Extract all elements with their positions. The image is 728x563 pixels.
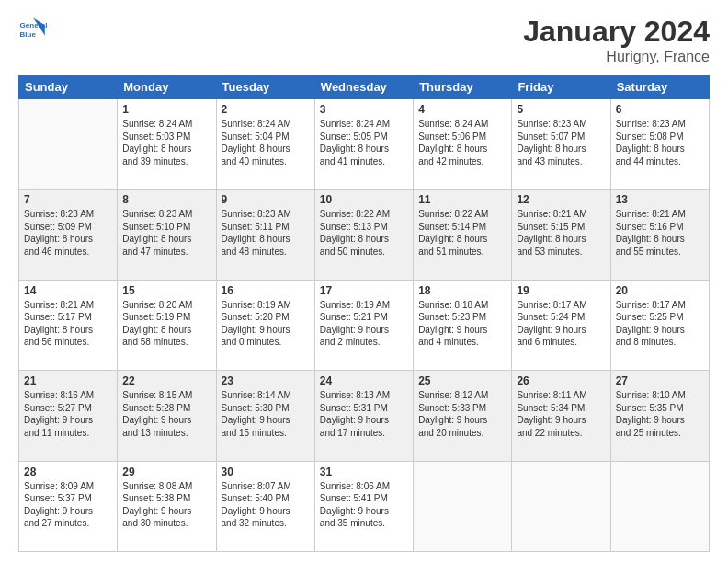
table-row: 10Sunrise: 8:22 AMSunset: 5:13 PMDayligh… xyxy=(314,190,413,280)
day-info: Sunrise: 8:20 AMSunset: 5:19 PMDaylight:… xyxy=(122,299,210,349)
day-number: 16 xyxy=(222,284,310,297)
day-info: Sunrise: 8:11 AMSunset: 5:34 PMDaylight:… xyxy=(517,389,605,439)
day-info: Sunrise: 8:08 AMSunset: 5:38 PMDaylight:… xyxy=(122,480,210,530)
day-number: 25 xyxy=(418,374,506,387)
day-number: 11 xyxy=(418,193,506,206)
day-number: 15 xyxy=(122,284,210,297)
table-row: 29Sunrise: 8:08 AMSunset: 5:38 PMDayligh… xyxy=(118,461,216,551)
day-info: Sunrise: 8:18 AMSunset: 5:23 PMDaylight:… xyxy=(418,299,506,349)
day-number: 14 xyxy=(24,284,112,297)
day-info: Sunrise: 8:16 AMSunset: 5:27 PMDaylight:… xyxy=(24,389,112,439)
day-info: Sunrise: 8:10 AMSunset: 5:35 PMDaylight:… xyxy=(616,389,704,439)
day-info: Sunrise: 8:14 AMSunset: 5:30 PMDaylight:… xyxy=(222,389,310,439)
day-number: 22 xyxy=(122,374,210,387)
day-info: Sunrise: 8:24 AMSunset: 5:03 PMDaylight:… xyxy=(122,118,210,167)
table-row: 25Sunrise: 8:12 AMSunset: 5:33 PMDayligh… xyxy=(414,371,512,461)
day-number: 23 xyxy=(222,374,310,387)
day-info: Sunrise: 8:23 AMSunset: 5:11 PMDaylight:… xyxy=(222,208,310,258)
table-row: 3Sunrise: 8:24 AMSunset: 5:05 PMDaylight… xyxy=(314,99,413,190)
day-info: Sunrise: 8:17 AMSunset: 5:24 PMDaylight:… xyxy=(517,299,605,349)
day-number: 1 xyxy=(122,103,210,116)
table-row: 30Sunrise: 8:07 AMSunset: 5:40 PMDayligh… xyxy=(216,461,314,551)
location: Hurigny, France xyxy=(523,49,710,65)
day-info: Sunrise: 8:24 AMSunset: 5:04 PMDaylight:… xyxy=(222,118,310,167)
day-info: Sunrise: 8:12 AMSunset: 5:33 PMDaylight:… xyxy=(418,389,506,439)
table-row: 18Sunrise: 8:18 AMSunset: 5:23 PMDayligh… xyxy=(414,280,512,370)
table-row: 23Sunrise: 8:14 AMSunset: 5:30 PMDayligh… xyxy=(216,371,314,461)
day-number: 27 xyxy=(616,374,704,387)
day-info: Sunrise: 8:23 AMSunset: 5:09 PMDaylight:… xyxy=(24,208,112,258)
day-info: Sunrise: 8:21 AMSunset: 5:15 PMDaylight:… xyxy=(517,208,605,258)
header-monday: Monday xyxy=(118,75,216,99)
table-row: 28Sunrise: 8:09 AMSunset: 5:37 PMDayligh… xyxy=(19,461,118,551)
table-row: 26Sunrise: 8:11 AMSunset: 5:34 PMDayligh… xyxy=(512,371,610,461)
table-row: 8Sunrise: 8:23 AMSunset: 5:10 PMDaylight… xyxy=(118,190,216,280)
table-row: 4Sunrise: 8:24 AMSunset: 5:06 PMDaylight… xyxy=(414,99,512,190)
title-block: January 2024 Hurigny, France xyxy=(523,15,710,65)
day-number: 10 xyxy=(320,193,408,206)
calendar-week-row: 21Sunrise: 8:16 AMSunset: 5:27 PMDayligh… xyxy=(19,371,710,461)
header-sunday: Sunday xyxy=(19,75,118,99)
header: General Blue January 2024 Hurigny, Franc… xyxy=(18,15,710,65)
day-number: 31 xyxy=(320,465,408,478)
svg-text:Blue: Blue xyxy=(20,30,37,39)
day-info: Sunrise: 8:07 AMSunset: 5:40 PMDaylight:… xyxy=(222,480,310,530)
day-info: Sunrise: 8:19 AMSunset: 5:20 PMDaylight:… xyxy=(222,299,310,349)
calendar-table: Sunday Monday Tuesday Wednesday Thursday… xyxy=(18,75,710,552)
table-row: 14Sunrise: 8:21 AMSunset: 5:17 PMDayligh… xyxy=(19,280,118,370)
day-number: 29 xyxy=(122,465,210,478)
day-info: Sunrise: 8:24 AMSunset: 5:05 PMDaylight:… xyxy=(320,118,408,167)
day-info: Sunrise: 8:23 AMSunset: 5:08 PMDaylight:… xyxy=(616,118,704,167)
day-number: 17 xyxy=(320,284,408,297)
day-number: 20 xyxy=(616,284,704,297)
day-info: Sunrise: 8:23 AMSunset: 5:07 PMDaylight:… xyxy=(517,118,605,167)
calendar-page: General Blue January 2024 Hurigny, Franc… xyxy=(0,0,728,563)
day-info: Sunrise: 8:21 AMSunset: 5:16 PMDaylight:… xyxy=(616,208,704,258)
day-info: Sunrise: 8:21 AMSunset: 5:17 PMDaylight:… xyxy=(24,299,112,349)
svg-text:General: General xyxy=(20,21,48,29)
day-number: 2 xyxy=(222,103,310,116)
day-info: Sunrise: 8:13 AMSunset: 5:31 PMDaylight:… xyxy=(320,389,408,439)
day-number: 9 xyxy=(222,193,310,206)
table-row: 20Sunrise: 8:17 AMSunset: 5:25 PMDayligh… xyxy=(610,280,709,370)
table-row: 9Sunrise: 8:23 AMSunset: 5:11 PMDaylight… xyxy=(216,190,314,280)
table-row: 31Sunrise: 8:06 AMSunset: 5:41 PMDayligh… xyxy=(314,461,413,551)
table-row: 11Sunrise: 8:22 AMSunset: 5:14 PMDayligh… xyxy=(414,190,512,280)
day-info: Sunrise: 8:19 AMSunset: 5:21 PMDaylight:… xyxy=(320,299,408,349)
table-row: 15Sunrise: 8:20 AMSunset: 5:19 PMDayligh… xyxy=(118,280,216,370)
table-row: 5Sunrise: 8:23 AMSunset: 5:07 PMDaylight… xyxy=(512,99,610,190)
day-number: 7 xyxy=(24,193,112,206)
day-info: Sunrise: 8:22 AMSunset: 5:13 PMDaylight:… xyxy=(320,208,408,258)
table-row: 17Sunrise: 8:19 AMSunset: 5:21 PMDayligh… xyxy=(314,280,413,370)
header-tuesday: Tuesday xyxy=(216,75,314,99)
day-number: 30 xyxy=(222,465,310,478)
day-number: 26 xyxy=(517,374,605,387)
table-row: 13Sunrise: 8:21 AMSunset: 5:16 PMDayligh… xyxy=(610,190,709,280)
day-info: Sunrise: 8:22 AMSunset: 5:14 PMDaylight:… xyxy=(418,208,506,258)
day-info: Sunrise: 8:09 AMSunset: 5:37 PMDaylight:… xyxy=(24,480,112,530)
day-info: Sunrise: 8:15 AMSunset: 5:28 PMDaylight:… xyxy=(122,389,210,439)
day-number: 4 xyxy=(418,103,506,116)
header-wednesday: Wednesday xyxy=(314,75,413,99)
table-row xyxy=(19,99,118,190)
calendar-week-row: 14Sunrise: 8:21 AMSunset: 5:17 PMDayligh… xyxy=(19,280,710,370)
logo: General Blue xyxy=(18,15,50,44)
calendar-week-row: 1Sunrise: 8:24 AMSunset: 5:03 PMDaylight… xyxy=(19,99,710,190)
table-row: 1Sunrise: 8:24 AMSunset: 5:03 PMDaylight… xyxy=(118,99,216,190)
day-info: Sunrise: 8:06 AMSunset: 5:41 PMDaylight:… xyxy=(320,480,408,530)
table-row: 21Sunrise: 8:16 AMSunset: 5:27 PMDayligh… xyxy=(19,371,118,461)
calendar-week-row: 28Sunrise: 8:09 AMSunset: 5:37 PMDayligh… xyxy=(19,461,710,551)
day-info: Sunrise: 8:23 AMSunset: 5:10 PMDaylight:… xyxy=(122,208,210,258)
calendar-week-row: 7Sunrise: 8:23 AMSunset: 5:09 PMDaylight… xyxy=(19,190,710,280)
day-number: 5 xyxy=(517,103,605,116)
weekday-header-row: Sunday Monday Tuesday Wednesday Thursday… xyxy=(19,75,710,99)
day-number: 13 xyxy=(616,193,704,206)
day-number: 3 xyxy=(320,103,408,116)
table-row: 19Sunrise: 8:17 AMSunset: 5:24 PMDayligh… xyxy=(512,280,610,370)
day-number: 28 xyxy=(24,465,112,478)
day-info: Sunrise: 8:24 AMSunset: 5:06 PMDaylight:… xyxy=(418,118,506,167)
table-row: 6Sunrise: 8:23 AMSunset: 5:08 PMDaylight… xyxy=(610,99,709,190)
day-number: 21 xyxy=(24,374,112,387)
day-number: 8 xyxy=(122,193,210,206)
table-row: 16Sunrise: 8:19 AMSunset: 5:20 PMDayligh… xyxy=(216,280,314,370)
